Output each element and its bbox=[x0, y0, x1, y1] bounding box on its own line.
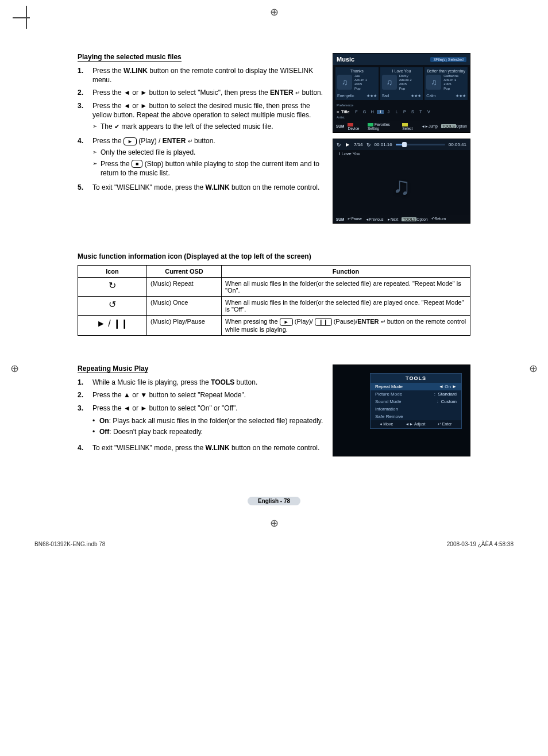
music-note-icon: ♫ bbox=[392, 172, 411, 200]
registration-mark-bottom: ⊕ bbox=[32, 517, 516, 529]
music-cell: Better than yesterday ♫ CatherineAlbum 3… bbox=[424, 67, 468, 100]
screenshot-now-playing: ↻ ▶ 7/14 ↻ 00:01:16 00:05:41 I Love You … bbox=[333, 139, 470, 224]
step-2: 2. Press the ◄ or ► button to select "Mu… bbox=[78, 88, 325, 97]
tools-row: Picture Mode: Standard bbox=[371, 390, 461, 398]
music-cell: Thanks ♫ JoeAlbum 12005Pop Energetic★★★ bbox=[335, 67, 379, 100]
progress-bar bbox=[396, 144, 445, 145]
stop-button-icon: ■ bbox=[132, 160, 142, 168]
tools-row: Information bbox=[371, 405, 461, 413]
pause-button-icon: ❙❙ bbox=[315, 318, 332, 326]
selected-badge: 3File(s) Selected bbox=[430, 57, 466, 62]
play-icon: ▶ bbox=[345, 141, 350, 148]
footer-right: 2008-03-19 ¿ÀÈÄ 4:58:38 bbox=[447, 541, 514, 547]
table-row: ► / ❙❙ (Music) Play/Pause When pressing … bbox=[78, 316, 470, 336]
step-3: 3. Press the ◄ or ► button to select the… bbox=[78, 101, 325, 133]
heading-icon-table: Music function information icon (Display… bbox=[78, 252, 470, 260]
table-row: ↺ (Music) Once When all music files in t… bbox=[78, 297, 470, 316]
tools-row: Safe Remove bbox=[371, 413, 461, 420]
tools-footer: ♦ Move ◄► Adjust ↵ Enter bbox=[371, 420, 461, 428]
step-4: 4. Press the ► (Play) / ENTER ↵ button. … bbox=[78, 136, 325, 179]
tools-panel: TOOLS Repeat Mode ◄ On ► Picture Mode: S… bbox=[370, 373, 462, 429]
music-note-icon: ♫ bbox=[382, 75, 397, 90]
step-r4: 4. To exit "WISELINK" mode, press the W.… bbox=[78, 443, 325, 452]
page-number: English - 78 bbox=[78, 497, 470, 505]
shot-title: Music bbox=[337, 56, 354, 63]
play-button-icon: ► bbox=[124, 137, 137, 145]
registration-mark-left: ⊕ bbox=[10, 362, 19, 375]
step-r2: 2. Press the ▲ or ▼ button to select "Re… bbox=[78, 390, 325, 400]
screenshot-music-library: Music 3File(s) Selected Thanks ♫ JoeAlbu… bbox=[333, 53, 470, 133]
tools-row-repeat: Repeat Mode ◄ On ► bbox=[371, 383, 461, 390]
step-1: 1. Press the W.LINK button on the remote… bbox=[78, 66, 325, 85]
check-icon: ✔ bbox=[114, 122, 119, 131]
heading-repeat: Repeating Music Play bbox=[78, 364, 148, 373]
enter-icon: ↵ bbox=[381, 318, 385, 325]
heading-playing: Playing the selected music files bbox=[78, 53, 182, 62]
registration-mark-top: ⊕ bbox=[32, 6, 516, 18]
enter-icon: ↵ bbox=[188, 137, 192, 145]
step-r1: 1. While a Music file is playing, press … bbox=[78, 378, 325, 387]
play-button-icon: ► bbox=[280, 318, 293, 326]
repeat-icon: ↻ bbox=[366, 142, 371, 148]
music-cell: I Love You ♫ DarbyAlbum 22005Pop Sad★★★ bbox=[380, 67, 423, 100]
music-note-icon: ♫ bbox=[426, 75, 441, 90]
steps-playing: 1. Press the W.LINK button on the remote… bbox=[78, 66, 325, 192]
play-pause-icon: ► / ❙❙ bbox=[78, 316, 147, 336]
step-r3: 3. Press the ◄ or ► button to select "On… bbox=[78, 404, 325, 440]
screenshot-tools: TOOLS Repeat Mode ◄ On ► Picture Mode: S… bbox=[333, 364, 470, 456]
once-icon: ↺ bbox=[78, 297, 147, 316]
steps-repeat: 1. While a Music file is playing, press … bbox=[78, 378, 325, 452]
sort-bar: ≡ Title F G H I J L P S T V bbox=[333, 108, 470, 116]
repeat-icon: ↻ bbox=[78, 278, 147, 297]
tools-row: Sound Mode: Custom bbox=[371, 398, 461, 405]
enter-icon: ↵ bbox=[295, 89, 300, 97]
hint-bar: SUM ↵Pause ◄Previous ►Next TOOLSOption ↶… bbox=[333, 215, 470, 223]
hint-bar: SUM Device Favorites Setting Select ◄►Ju… bbox=[333, 121, 470, 132]
icon-table: Icon Current OSD Function ↻ (Music) Repe… bbox=[78, 265, 470, 336]
footer-left: BN68-01392K-ENG.indb 78 bbox=[34, 541, 105, 547]
step-5: 5. To exit "WISELINK" mode, press the W.… bbox=[78, 183, 325, 192]
table-row: ↻ (Music) Repeat When all music files in… bbox=[78, 278, 470, 297]
registration-mark-right: ⊕ bbox=[529, 362, 538, 375]
music-note-icon: ♫ bbox=[337, 75, 352, 90]
repeat-icon: ↻ bbox=[337, 142, 341, 148]
